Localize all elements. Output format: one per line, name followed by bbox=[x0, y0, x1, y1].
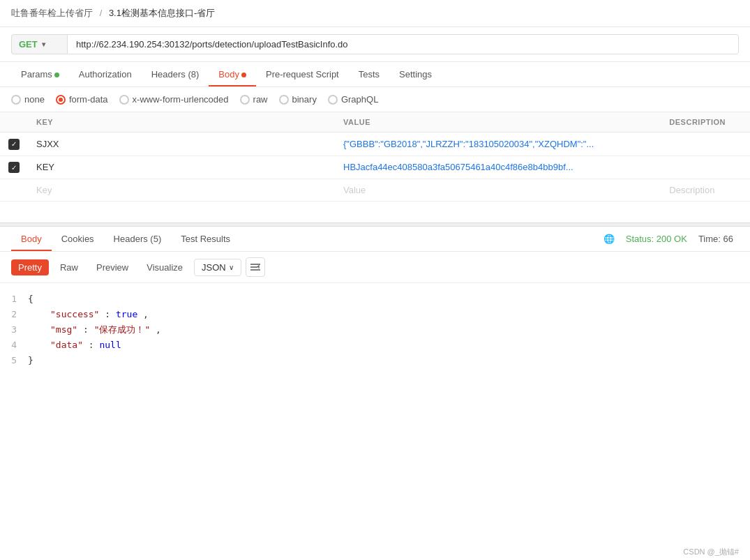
radio-binary bbox=[279, 95, 289, 105]
url-bar: GET ▾ bbox=[0, 27, 750, 62]
col-key: KEY bbox=[28, 112, 335, 133]
footer: CSDN @_抛锚# bbox=[672, 544, 750, 560]
fmt-pretty[interactable]: Pretty bbox=[11, 259, 49, 275]
code-line-1: 1 { bbox=[0, 292, 750, 307]
params-dot bbox=[54, 73, 59, 77]
checkbox-checked[interactable]: ✓ bbox=[8, 162, 20, 173]
row1-key[interactable]: SJXX bbox=[28, 133, 335, 156]
radio-form-data bbox=[56, 95, 66, 105]
placeholder-key[interactable]: Key bbox=[28, 179, 335, 202]
body-options: none form-data x-www-form-urlencoded raw… bbox=[0, 87, 750, 112]
response-status: 🌐 Status: 200 OK Time: 66 bbox=[603, 234, 739, 244]
placeholder-checkbox bbox=[0, 179, 28, 202]
code-line-2: 2 "success" : true , bbox=[0, 307, 750, 322]
resp-tab-body[interactable]: Body bbox=[11, 227, 52, 251]
col-checkbox bbox=[0, 112, 28, 133]
row2-checkbox-cell[interactable]: ✓ bbox=[0, 156, 28, 179]
resp-tab-cookies[interactable]: Cookies bbox=[52, 227, 104, 251]
row2-key[interactable]: KEY bbox=[28, 156, 335, 179]
row2-description[interactable] bbox=[661, 156, 750, 179]
wrap-icon[interactable] bbox=[246, 257, 265, 277]
col-description: DESCRIPTION bbox=[661, 112, 750, 133]
format-bar: Pretty Raw Preview Visualize JSON ∨ bbox=[0, 252, 750, 283]
method-label: GET bbox=[19, 39, 38, 50]
radio-raw bbox=[240, 95, 250, 105]
tab-tests[interactable]: Tests bbox=[349, 62, 389, 86]
body-dot bbox=[241, 73, 246, 77]
table-placeholder-row: Key Value Description bbox=[0, 179, 750, 202]
form-table: KEY VALUE DESCRIPTION ✓ SJXX {"GBBB":"GB… bbox=[0, 112, 750, 202]
code-line-3: 3 "msg" : "保存成功！" , bbox=[0, 322, 750, 338]
resp-tab-test-results[interactable]: Test Results bbox=[171, 227, 240, 251]
breadcrumb-parent[interactable]: 吐鲁番年检上传省厅 bbox=[11, 8, 93, 18]
tab-headers[interactable]: Headers (8) bbox=[142, 62, 209, 86]
status-text: Status: 200 OK bbox=[626, 234, 687, 244]
placeholder-description[interactable]: Description bbox=[661, 179, 750, 202]
method-select[interactable]: GET ▾ bbox=[11, 34, 67, 54]
fmt-preview[interactable]: Preview bbox=[89, 259, 135, 275]
option-none[interactable]: none bbox=[11, 94, 45, 105]
col-value: VALUE bbox=[335, 112, 661, 133]
option-binary[interactable]: binary bbox=[279, 94, 317, 105]
radio-urlencoded bbox=[119, 95, 129, 105]
tab-params[interactable]: Params bbox=[11, 62, 69, 86]
code-line-4: 4 "data" : null bbox=[0, 338, 750, 353]
row1-checkbox-cell[interactable]: ✓ bbox=[0, 133, 28, 156]
option-form-data[interactable]: form-data bbox=[56, 94, 108, 105]
fmt-visualize[interactable]: Visualize bbox=[140, 259, 190, 275]
json-format-select[interactable]: JSON ∨ bbox=[194, 259, 241, 276]
tab-pre-request[interactable]: Pre-request Script bbox=[256, 62, 349, 86]
radio-graphql bbox=[328, 95, 338, 105]
json-chevron: ∨ bbox=[229, 264, 234, 271]
option-raw[interactable]: raw bbox=[240, 94, 268, 105]
breadcrumb-current: 3.1检测基本信息接口-省厅 bbox=[109, 8, 215, 18]
url-input[interactable] bbox=[67, 34, 739, 54]
row2-value[interactable]: HBJacfa44ec408580a3fa50675461a40c4f86e8b… bbox=[335, 156, 661, 179]
method-chevron: ▾ bbox=[42, 40, 45, 48]
tab-settings[interactable]: Settings bbox=[389, 62, 442, 86]
breadcrumb-sep: / bbox=[100, 8, 103, 18]
footer-text: CSDN @_抛锚# bbox=[683, 547, 739, 556]
tab-body[interactable]: Body bbox=[209, 62, 256, 86]
tab-authorization[interactable]: Authorization bbox=[69, 62, 142, 86]
breadcrumb: 吐鲁番年检上传省厅 / 3.1检测基本信息接口-省厅 bbox=[0, 0, 750, 27]
table-row: ✓ KEY HBJacfa44ec408580a3fa50675461a40c4… bbox=[0, 156, 750, 179]
placeholder-value[interactable]: Value bbox=[335, 179, 661, 202]
fmt-raw[interactable]: Raw bbox=[53, 259, 85, 275]
checkbox-checked[interactable]: ✓ bbox=[8, 139, 20, 150]
response-tabs-bar: Body Cookies Headers (5) Test Results 🌐 … bbox=[0, 227, 750, 252]
time-text: Time: 66 bbox=[698, 234, 733, 244]
row1-description[interactable] bbox=[661, 133, 750, 156]
code-view: 1 { 2 "success" : true , 3 "msg" : "保存成功… bbox=[0, 283, 750, 377]
resp-tab-headers[interactable]: Headers (5) bbox=[104, 227, 172, 251]
row1-value[interactable]: {"GBBB":"GB2018","JLRZZH":"183105020034"… bbox=[335, 133, 661, 156]
radio-none bbox=[11, 95, 21, 105]
table-row: ✓ SJXX {"GBBB":"GB2018","JLRZZH":"183105… bbox=[0, 133, 750, 156]
code-line-5: 5 } bbox=[0, 353, 750, 368]
globe-icon: 🌐 bbox=[603, 234, 615, 244]
request-tabs-bar: Params Authorization Headers (8) Body Pr… bbox=[0, 62, 750, 87]
option-graphql[interactable]: GraphQL bbox=[328, 94, 378, 105]
option-urlencoded[interactable]: x-www-form-urlencoded bbox=[119, 94, 229, 105]
